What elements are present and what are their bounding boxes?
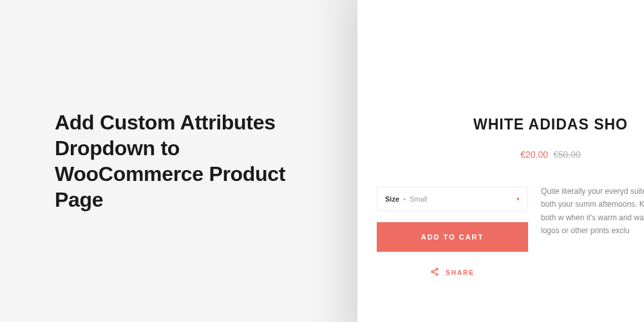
variant-selected-value: Small bbox=[410, 195, 516, 203]
price-sale: €20.00 bbox=[520, 149, 548, 160]
page-headline: Add Custom Attributes Dropdown to WooCom… bbox=[55, 109, 303, 213]
price-original: €50.00 bbox=[553, 149, 581, 160]
product-description: Quite literally your everyd suited for b… bbox=[541, 185, 644, 238]
separator-dot: • bbox=[403, 195, 406, 203]
size-dropdown[interactable]: Size • Small ▾ bbox=[377, 187, 528, 211]
svg-line-3 bbox=[433, 270, 436, 272]
svg-point-0 bbox=[436, 268, 438, 270]
share-button[interactable]: SHARE bbox=[377, 267, 528, 278]
share-label: SHARE bbox=[446, 269, 475, 276]
svg-point-1 bbox=[431, 271, 433, 273]
share-icon bbox=[430, 267, 439, 278]
left-panel: Add Custom Attributes Dropdown to WooCom… bbox=[0, 0, 322, 322]
product-card: WHITE ADIDAS SHO €20.00 €50.00 Size • Sm… bbox=[357, 0, 644, 322]
chevron-down-icon: ▾ bbox=[516, 196, 520, 202]
variant-label: Size bbox=[385, 195, 399, 203]
product-title: WHITE ADIDAS SHO bbox=[357, 116, 644, 133]
add-to-cart-button[interactable]: ADD TO CART bbox=[377, 222, 528, 252]
price-row: €20.00 €50.00 bbox=[357, 149, 644, 160]
svg-line-4 bbox=[433, 272, 436, 274]
svg-point-2 bbox=[436, 274, 438, 276]
